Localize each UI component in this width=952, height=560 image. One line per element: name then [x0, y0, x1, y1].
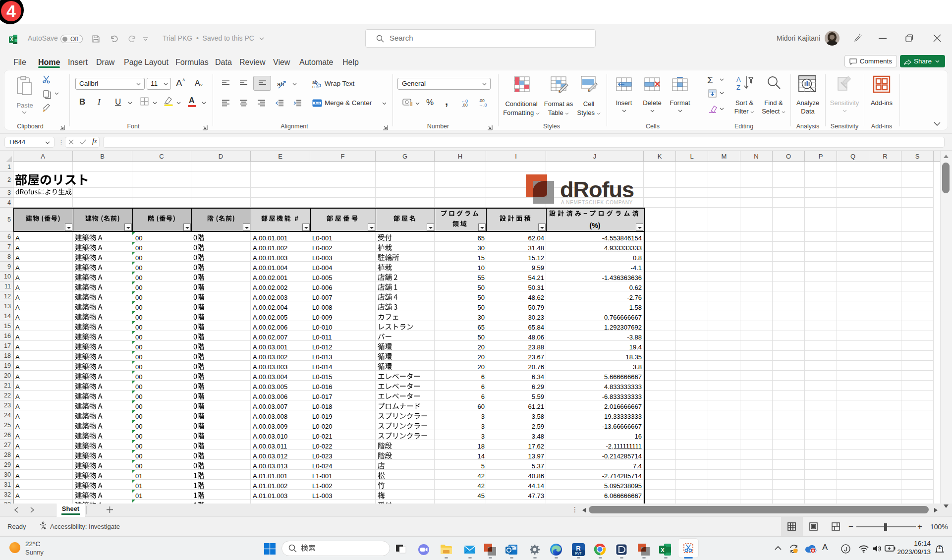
svg-text:X: X	[10, 37, 13, 42]
svg-text:A: A	[736, 76, 741, 83]
svg-text:→.0: →.0	[479, 103, 487, 107]
svg-text:z: z	[941, 545, 943, 548]
svg-text:Z: Z	[736, 84, 740, 91]
svg-text:R: R	[576, 545, 581, 552]
svg-text:dRofus: dRofus	[560, 177, 634, 202]
svg-text:RVT: RVT	[575, 552, 582, 555]
svg-text:c: c	[312, 84, 315, 89]
svg-text:A NEMETSCHEK COMPANY: A NEMETSCHEK COMPANY	[561, 200, 633, 205]
svg-text:X: X	[661, 547, 665, 553]
svg-text:Z: Z	[939, 546, 941, 549]
svg-text:.00: .00	[462, 103, 468, 107]
